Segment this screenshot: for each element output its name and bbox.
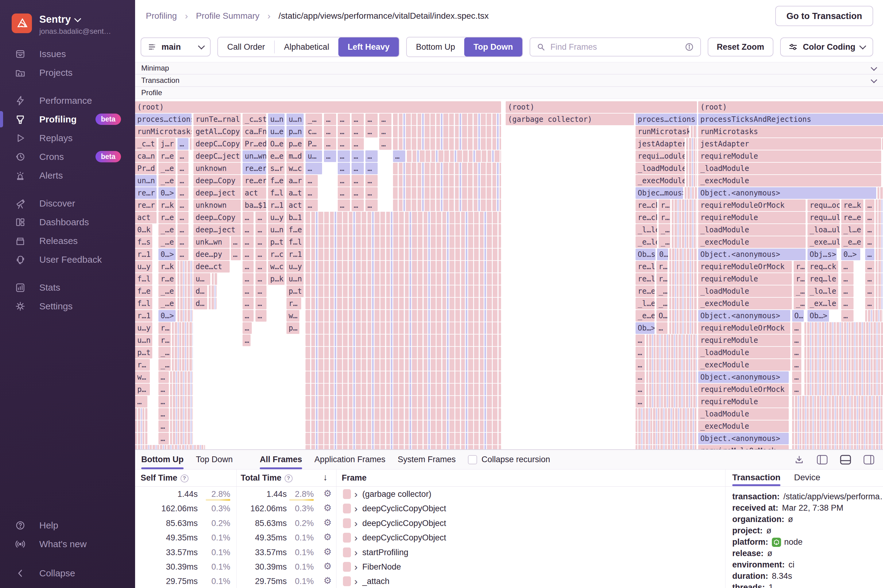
gear-icon[interactable]: ⚙ bbox=[321, 517, 334, 528]
flame-frame[interactable]: … bbox=[635, 396, 645, 408]
flame-frame[interactable]: 0…> bbox=[158, 310, 176, 322]
flame-texture[interactable] bbox=[686, 150, 697, 162]
flame-texture[interactable] bbox=[305, 285, 501, 297]
flame-frame[interactable]: … bbox=[243, 285, 254, 297]
collapse-recursion-checkbox[interactable]: Collapse recursion bbox=[468, 455, 550, 464]
flame-frame[interactable]: … bbox=[365, 163, 378, 174]
flame-frame[interactable]: w… bbox=[287, 310, 299, 322]
flame-texture[interactable] bbox=[804, 347, 883, 358]
flame-texture[interactable] bbox=[170, 384, 193, 395]
flame-frame[interactable]: _… bbox=[794, 298, 805, 309]
flame-texture[interactable] bbox=[393, 175, 501, 187]
sidebar-item-projects[interactable]: Projects bbox=[0, 63, 135, 82]
flame-frame[interactable]: … bbox=[255, 273, 266, 285]
flame-frame[interactable]: r…1 bbox=[135, 249, 152, 260]
frame-name[interactable]: (garbage collector) bbox=[362, 489, 431, 499]
gear-icon[interactable]: ⚙ bbox=[321, 488, 334, 499]
flame-frame[interactable]: u… bbox=[194, 273, 210, 285]
flame-frame[interactable]: re…r bbox=[135, 200, 156, 211]
flame-frame[interactable]: r… bbox=[794, 261, 805, 273]
flame-frame[interactable]: p…t bbox=[135, 347, 152, 358]
flame-frame[interactable]: jestAdapter bbox=[698, 138, 881, 150]
flame-texture[interactable] bbox=[669, 310, 697, 322]
flame-texture[interactable] bbox=[305, 236, 501, 248]
flame-frame[interactable]: requireModule bbox=[698, 334, 790, 346]
flame-texture[interactable] bbox=[686, 163, 697, 174]
flame-frame[interactable]: O… bbox=[656, 310, 667, 322]
flame-frame[interactable]: s…r bbox=[268, 163, 285, 174]
flame-frame[interactable]: p…t bbox=[268, 236, 285, 248]
flame-texture[interactable] bbox=[177, 310, 193, 322]
flame-frame[interactable]: _ex…le bbox=[808, 298, 838, 309]
flame-frame[interactable]: 0…> bbox=[158, 187, 176, 199]
flame-frame[interactable]: … bbox=[255, 261, 266, 273]
flame-frame[interactable]: _execModule bbox=[698, 175, 881, 187]
flame-frame[interactable]: deepC…Copy bbox=[194, 138, 241, 150]
flame-frame[interactable]: _l…e bbox=[841, 224, 863, 236]
flame-frame[interactable]: … bbox=[255, 249, 266, 260]
tab-system-frames[interactable]: System Frames bbox=[398, 450, 456, 469]
flame-frame[interactable]: r…1 bbox=[135, 310, 152, 322]
flame-frame[interactable]: r…1 bbox=[287, 249, 303, 260]
flame-texture[interactable] bbox=[646, 371, 697, 383]
flame-texture[interactable] bbox=[686, 138, 697, 150]
flame-texture[interactable] bbox=[177, 261, 193, 273]
flame-frame[interactable]: ca…n bbox=[135, 150, 156, 162]
flame-texture[interactable] bbox=[209, 298, 217, 309]
flame-frame[interactable]: _e…e bbox=[635, 310, 655, 322]
flame-texture[interactable] bbox=[672, 200, 697, 211]
flame-texture[interactable] bbox=[875, 212, 883, 224]
flame-frame[interactable]: … bbox=[177, 224, 189, 236]
flame-frame[interactable]: _… bbox=[659, 224, 670, 236]
flame-frame[interactable]: f…l bbox=[287, 236, 303, 248]
direction-bottom-up[interactable]: Bottom Up bbox=[407, 38, 464, 57]
flame-frame[interactable]: _c…t bbox=[135, 138, 156, 150]
flame-frame[interactable]: ba…$1 bbox=[243, 200, 266, 211]
flame-frame[interactable]: … bbox=[379, 138, 392, 150]
tab-transaction[interactable]: Transaction bbox=[732, 472, 781, 486]
flame-texture[interactable] bbox=[305, 261, 501, 273]
flame-frame[interactable]: act bbox=[135, 212, 156, 224]
flame-frame[interactable]: (root) bbox=[135, 101, 501, 113]
flame-frame[interactable]: _loadModule bbox=[698, 163, 881, 174]
sidebar-item-performance[interactable]: Performance bbox=[0, 91, 135, 110]
flame-frame[interactable]: _l…le bbox=[635, 224, 657, 236]
flame-frame[interactable]: … bbox=[635, 359, 645, 371]
flame-frame[interactable]: _…e bbox=[158, 163, 176, 174]
org-switcher[interactable]: Sentry bbox=[39, 14, 80, 25]
question-icon[interactable]: ? bbox=[285, 474, 293, 482]
flame-texture[interactable] bbox=[646, 384, 697, 395]
flame-texture[interactable] bbox=[635, 408, 697, 420]
flame-frame[interactable]: … bbox=[351, 150, 364, 162]
flame-texture[interactable] bbox=[305, 310, 501, 322]
flame-frame[interactable]: requ…ock bbox=[808, 200, 840, 211]
sidebar-item-user-feedback[interactable]: User Feedback bbox=[0, 250, 135, 269]
section-minimap[interactable]: Minimap bbox=[135, 62, 883, 74]
flame-frame[interactable]: … bbox=[841, 310, 853, 322]
flame-frame[interactable]: f…l bbox=[268, 187, 285, 199]
flame-frame[interactable]: requireM…leOrMock bbox=[698, 445, 789, 449]
flame-frame[interactable]: re…l bbox=[635, 273, 655, 285]
flame-texture[interactable] bbox=[875, 273, 883, 285]
flame-frame[interactable]: … bbox=[243, 261, 254, 273]
flame-texture[interactable] bbox=[305, 445, 501, 449]
flame-frame[interactable]: … bbox=[177, 138, 189, 150]
flame-texture[interactable] bbox=[685, 187, 697, 199]
flame-texture[interactable] bbox=[305, 371, 501, 383]
flame-frame[interactable]: … bbox=[365, 175, 378, 187]
section-transaction[interactable]: Transaction bbox=[135, 74, 883, 87]
flame-frame[interactable]: … bbox=[177, 150, 189, 162]
flame-frame[interactable]: requireModuleOrMock bbox=[698, 384, 789, 395]
layout-right-icon[interactable] bbox=[863, 455, 874, 465]
flame-texture[interactable] bbox=[635, 420, 697, 432]
total-time-header[interactable]: Total Time? bbox=[241, 473, 293, 483]
table-row[interactable]: 33.57ms0.1%33.57ms0.1%⚙›startProfiling bbox=[135, 545, 725, 560]
flame-texture[interactable] bbox=[305, 298, 501, 309]
flame-frame[interactable]: … bbox=[338, 187, 350, 199]
gear-icon[interactable]: ⚙ bbox=[321, 531, 334, 542]
sidebar-item-profiling[interactable]: Profiling beta bbox=[0, 110, 135, 129]
flame-frame[interactable]: … bbox=[865, 224, 874, 236]
flame-frame[interactable]: … bbox=[338, 114, 350, 125]
flame-frame[interactable]: u… bbox=[305, 150, 322, 162]
flame-frame[interactable]: … bbox=[338, 200, 350, 211]
